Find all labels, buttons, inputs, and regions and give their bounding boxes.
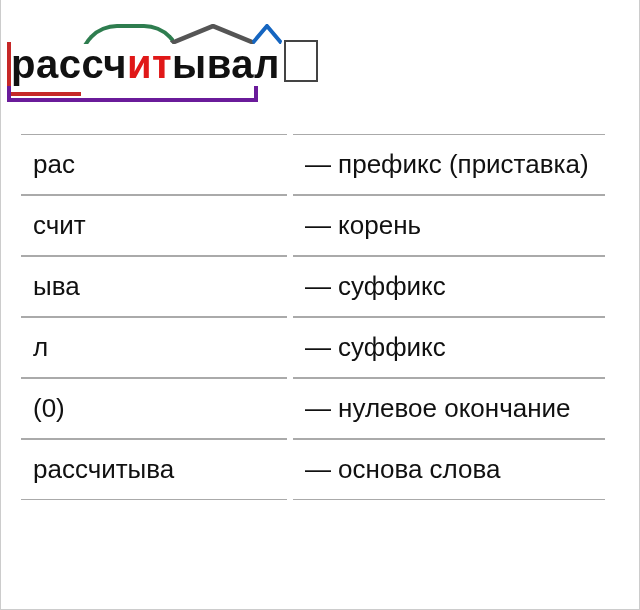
- root-text-1: сч: [81, 42, 126, 86]
- morpheme-part-cell: счит: [21, 195, 287, 256]
- page-frame: рас счит ыва л рас— префикс (приставка)с…: [0, 0, 640, 610]
- morpheme-table: рас— префикс (приставка)счит— кореньыва—…: [15, 134, 611, 500]
- morpheme-part-cell: рассчитыва: [21, 439, 287, 500]
- suffix2-text: л: [254, 42, 280, 86]
- morpheme-desc-cell: — основа слова: [293, 439, 605, 500]
- morpheme-desc-cell: — префикс (приставка): [293, 134, 605, 195]
- suffix1-text: ыва: [172, 42, 254, 86]
- morpheme-part-cell: рас: [21, 134, 287, 195]
- table-row: рас— префикс (приставка): [21, 134, 605, 195]
- prefix-segment: рас: [11, 44, 81, 84]
- table-row: л— суффикс: [21, 317, 605, 378]
- suffix1-segment: ыва: [172, 44, 254, 84]
- suffix-hat-icon: [252, 24, 282, 44]
- morph-diagram: рас счит ыва л: [1, 0, 639, 124]
- root-text-highlight: ит: [127, 42, 172, 86]
- root-segment: счит: [81, 44, 172, 84]
- morpheme-desc-cell: — суффикс: [293, 256, 605, 317]
- table-row: ыва— суффикс: [21, 256, 605, 317]
- morpheme-desc-cell: — корень: [293, 195, 605, 256]
- table-row: счит— корень: [21, 195, 605, 256]
- ending-box-icon: [284, 40, 318, 82]
- stem-bracket-icon: [7, 86, 258, 102]
- table-row: рассчитыва— основа слова: [21, 439, 605, 500]
- suffix2-segment: л: [254, 44, 280, 84]
- morpheme-part-cell: л: [21, 317, 287, 378]
- analyzed-word: рас счит ыва л: [11, 18, 318, 94]
- prefix-text: рас: [11, 42, 81, 86]
- morpheme-desc-cell: — нулевое окончание: [293, 378, 605, 439]
- root-arc-icon: [79, 24, 174, 44]
- morpheme-part-cell: (0): [21, 378, 287, 439]
- morpheme-desc-cell: — суффикс: [293, 317, 605, 378]
- suffix-hat-icon: [170, 24, 256, 44]
- table-row: (0)— нулевое окончание: [21, 378, 605, 439]
- morpheme-part-cell: ыва: [21, 256, 287, 317]
